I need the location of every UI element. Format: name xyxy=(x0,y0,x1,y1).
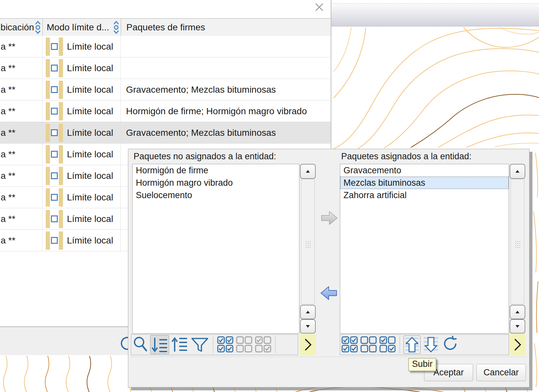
cell-modo-limite: Límite local xyxy=(42,79,121,100)
clear-selection-button[interactable] xyxy=(235,336,253,354)
list-item[interactable]: Suelocemento xyxy=(133,189,299,201)
toolbar-separator xyxy=(400,336,400,353)
modo-label: Límite local xyxy=(67,85,113,95)
scroll-track[interactable] xyxy=(511,179,524,304)
move-down-button[interactable] xyxy=(422,336,439,354)
scroll-down-button[interactable] xyxy=(300,319,316,334)
unassigned-scrollbar xyxy=(300,164,316,334)
search-button[interactable] xyxy=(132,335,149,354)
cell-ubicacion: a ** xyxy=(0,165,42,186)
table-row[interactable]: a **Límite local xyxy=(0,36,331,57)
sort-ascending-icon xyxy=(171,336,188,353)
table-row[interactable]: a **Límite localGravacemento; Mezclas bi… xyxy=(0,122,331,144)
table-row[interactable]: a **Límite localHormigón de firme; Hormi… xyxy=(0,101,331,122)
modo-label: Límite local xyxy=(67,63,113,73)
column-header-modo-limite[interactable]: Modo límite d... xyxy=(43,19,121,36)
select-all-button[interactable] xyxy=(216,336,234,354)
move-down-icon xyxy=(424,337,438,353)
scroll-track[interactable] xyxy=(301,179,315,304)
cell-modo-limite: Límite local xyxy=(42,230,121,251)
arrow-up-icon xyxy=(515,170,519,173)
column-label: Modo límite d... xyxy=(47,22,109,33)
scroll-up-button[interactable] xyxy=(510,164,525,179)
search-icon xyxy=(132,336,149,354)
assigned-list[interactable]: GravacementoMezclas bituminosasZahorra a… xyxy=(340,164,509,334)
select-all-icon xyxy=(341,336,358,354)
assign-right-button[interactable] xyxy=(321,211,338,227)
select-all-button[interactable] xyxy=(341,336,358,354)
limit-mode-icon xyxy=(46,124,63,142)
close-icon xyxy=(314,2,324,12)
cell-modo-limite: Límite local xyxy=(42,101,121,122)
table-row[interactable]: a **Límite localGravacemento; Mezclas bi… xyxy=(0,79,331,101)
expand-left-panel-button[interactable] xyxy=(300,334,316,355)
cell-ubicacion: a ** xyxy=(0,187,42,208)
modo-label: Límite local xyxy=(67,235,113,246)
sort-descending-icon xyxy=(151,336,168,353)
scroll-grip-icon[interactable] xyxy=(305,241,311,249)
arrow-right-icon xyxy=(321,211,338,226)
unassigned-list[interactable]: Hormigón de firmeHormigón magro vibradoS… xyxy=(132,164,299,334)
invert-selection-button[interactable] xyxy=(379,336,396,354)
limit-mode-icon xyxy=(46,167,63,185)
sort-ascending-button[interactable] xyxy=(170,336,189,354)
list-item[interactable]: Hormigón de firme xyxy=(133,164,299,177)
select-all-icon xyxy=(217,336,234,354)
scroll-up-button-bottom[interactable] xyxy=(510,305,525,319)
close-button[interactable] xyxy=(313,2,325,13)
column-header-ubicacion[interactable]: ubicación xyxy=(0,19,43,36)
cell-ubicacion: a ** xyxy=(0,144,42,165)
cell-paquetes xyxy=(121,57,331,79)
cell-ubicacion: a ** xyxy=(0,101,42,122)
modo-label: Límite local xyxy=(67,214,113,224)
filter-button[interactable] xyxy=(190,336,210,353)
cell-ubicacion: a ** xyxy=(0,36,42,57)
limit-mode-icon xyxy=(46,231,63,250)
cell-paquetes: Gravacemento; Mezclas bituminosas xyxy=(121,79,331,100)
assign-packages-dialog: Paquetes no asignados a la entidad: Paqu… xyxy=(128,149,530,387)
scroll-down-button[interactable] xyxy=(510,319,525,334)
clear-selection-button[interactable] xyxy=(360,336,377,354)
scroll-grip-icon[interactable] xyxy=(515,241,521,249)
cell-ubicacion: a ** xyxy=(0,230,42,251)
table-row[interactable]: a **Límite local xyxy=(0,57,331,79)
limit-mode-icon xyxy=(46,102,63,120)
limit-mode-icon xyxy=(46,59,63,77)
background-window-top xyxy=(331,0,539,3)
cancel-button[interactable]: Cancelar xyxy=(476,364,526,381)
limit-mode-icon xyxy=(46,81,63,99)
column-label: Paquetes de firmes xyxy=(126,22,205,33)
sort-icon[interactable] xyxy=(34,20,41,36)
invert-selection-icon xyxy=(379,336,396,354)
cell-modo-limite: Límite local xyxy=(42,122,121,143)
modo-label: Límite local xyxy=(67,128,113,138)
scroll-up-button[interactable] xyxy=(300,164,316,179)
clear-selection-icon xyxy=(360,336,377,354)
list-item[interactable]: Mezclas bituminosas xyxy=(340,177,509,189)
cell-ubicacion: a ** xyxy=(0,208,42,229)
arrow-left-icon xyxy=(320,286,337,301)
list-item[interactable]: Hormigón magro vibrado xyxy=(133,177,299,189)
sort-icon[interactable] xyxy=(113,20,120,36)
unassign-left-button[interactable] xyxy=(320,286,337,302)
refresh-icon xyxy=(441,336,458,353)
sort-descending-button[interactable] xyxy=(150,335,169,354)
limit-mode-icon xyxy=(46,188,63,207)
cell-ubicacion: a ** xyxy=(0,122,42,143)
assigned-scrollbar xyxy=(510,164,525,334)
column-header-paquetes[interactable]: Paquetes de firmes xyxy=(121,19,331,36)
arrow-down-icon xyxy=(306,325,310,328)
reset-order-button[interactable] xyxy=(441,336,459,354)
table-header: ubicación Modo límite d... xyxy=(0,18,331,37)
list-item[interactable]: Gravacemento xyxy=(340,164,509,177)
move-up-button[interactable] xyxy=(404,336,420,354)
list-item[interactable]: Zahorra artificial xyxy=(340,189,509,201)
scroll-up-button-bottom[interactable] xyxy=(300,305,316,319)
invert-selection-button[interactable] xyxy=(254,336,272,354)
tooltip: Subir xyxy=(408,358,436,371)
arrow-up-icon xyxy=(306,311,310,313)
assigned-toolbar xyxy=(340,334,509,355)
cell-ubicacion: a ** xyxy=(0,57,42,79)
expand-right-panel-button[interactable] xyxy=(510,334,525,355)
modo-label: Límite local xyxy=(67,41,113,52)
